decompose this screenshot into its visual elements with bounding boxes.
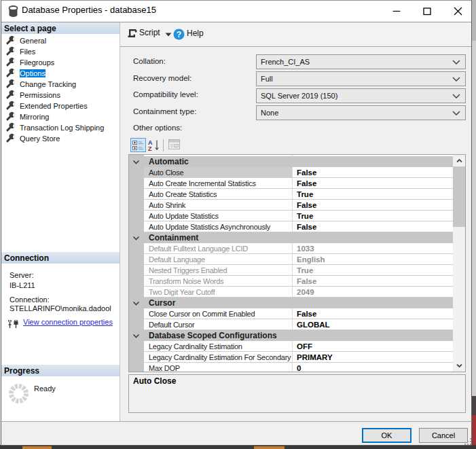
svg-text:Z: Z [148, 145, 152, 151]
svg-text:?: ? [177, 30, 181, 39]
